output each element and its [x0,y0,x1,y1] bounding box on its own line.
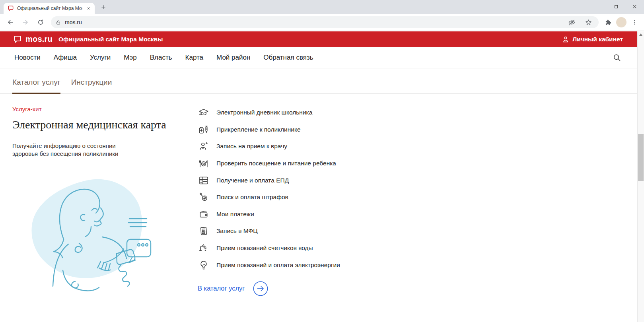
site-tagline: Официальный сайт Мэра Москвы [58,36,163,43]
mosru-logo-icon[interactable] [13,35,22,44]
service-item-polyclinic-attachment[interactable]: Прикрепление к поликлинике [198,121,340,138]
epd-table-icon [198,175,210,186]
page-viewport: mos.ru Официальный сайт Мэра Москвы Личн… [0,31,644,322]
nav-item-services[interactable]: Услуги [90,54,111,62]
nav-item-feedback[interactable]: Обратная связь [263,54,313,62]
tab-service-catalog[interactable]: Каталог услуг [12,78,60,94]
arrow-right-circle-icon [253,281,268,296]
featured-description: Получайте информацию о состоянии здоровь… [12,142,134,158]
fines-search-icon [198,191,210,203]
account-label: Личный кабинет [572,36,623,43]
featured-service-panel: Услуга-хит Электронная медицинская карта… [12,104,186,301]
doctor-icon [198,140,210,152]
nav-item-news[interactable]: Новости [14,54,41,62]
service-label: Поиск и оплата штрафов [216,194,288,201]
site-favicon [8,5,14,12]
service-item-my-payments[interactable]: Мои платежи [198,206,340,223]
service-item-electricity[interactable]: Прием показаний и оплата электроэнергии [198,256,340,274]
service-label: Электронный дневник школьника [216,109,312,116]
personal-account-button[interactable]: Личный кабинет [562,36,623,43]
mfc-document-icon [198,225,210,237]
service-label: Проверить посещение и питание ребенка [216,160,336,167]
address-bar[interactable]: mos.ru [51,16,599,28]
service-item-school-diary[interactable]: Электронный дневник школьника [198,104,340,121]
browser-menu-dots-icon[interactable] [629,17,640,28]
lightbulb-icon [198,259,210,271]
bookmark-star-icon[interactable] [583,17,594,28]
service-label: Мои платежи [216,211,254,218]
profile-avatar[interactable] [616,17,626,27]
service-item-mfc-appointment[interactable]: Запись в МФЦ [198,223,340,240]
woman-with-device-illustration [16,170,156,301]
service-label: Прием показаний счетчиков воды [216,244,313,252]
service-catalog-link[interactable]: В каталог услуг [198,281,340,296]
nav-item-my-district[interactable]: Мой район [216,54,250,62]
wallet-icon [198,208,210,220]
browser-toolbar: mos.ru [0,14,644,31]
service-item-fines-search[interactable]: Поиск и оплата штрафов [198,189,340,206]
nav-item-map[interactable]: Карта [185,54,204,62]
forward-button[interactable] [19,16,32,29]
service-label: Прием показаний и оплата электроэнергии [216,262,340,269]
featured-title[interactable]: Электронная медицинская карта [12,118,179,132]
nav-item-afisha[interactable]: Афиша [54,54,77,62]
service-item-epd-payment[interactable]: Получение и оплата ЕПД [198,172,340,189]
catalog-link-label: В каталог услуг [198,285,245,292]
tracking-protection-eye-icon[interactable] [566,17,577,28]
meal-plate-icon [198,157,210,169]
extensions-puzzle-icon[interactable] [603,17,614,28]
new-tab-button[interactable] [98,2,109,13]
reload-button[interactable] [34,16,47,29]
browser-window: Официальный сайт Мэра Моск [0,0,644,322]
featured-badge: Услуга-хит [12,106,186,113]
section-tabs: Каталог услуг Инструкции [0,78,637,94]
browser-tabstrip: Официальный сайт Мэра Моск [0,0,644,14]
brand-logo-text[interactable]: mos.ru [25,35,53,44]
main-navigation: Новости Афиша Услуги Мэр Власть Карта Мо… [0,47,637,68]
scrollbar-thumb[interactable] [638,134,644,181]
service-item-child-meals[interactable]: Проверить посещение и питание ребенка [198,155,340,172]
window-controls [588,0,644,13]
service-label: Получение и оплата ЕПД [216,177,289,184]
services-list: Электронный дневник школьника Прикреплен… [198,104,340,301]
service-label: Запись на прием к врачу [216,143,287,150]
page-scrollbar[interactable] [637,31,644,322]
medicine-syringe-icon [198,124,210,136]
search-icon[interactable] [611,52,623,64]
lock-icon [56,20,61,25]
service-label: Запись в МФЦ [216,227,258,235]
content-area: Услуга-хит Электронная медицинская карта… [0,94,637,301]
service-item-doctor-appointment[interactable]: Запись на прием к врачу [198,138,340,155]
tab-instructions[interactable]: Инструкции [71,78,112,94]
tab-title: Официальный сайт Мэра Моск [17,6,82,11]
person-icon [562,36,569,43]
scrollbar-up-arrow-icon [639,33,642,36]
water-faucet-icon [198,242,210,254]
maximize-button[interactable] [607,0,625,13]
nav-item-authority[interactable]: Власть [150,54,172,62]
browser-tab[interactable]: Официальный сайт Мэра Моск [4,3,95,14]
close-button[interactable] [625,0,644,13]
graduation-cap-icon [198,107,210,118]
back-button[interactable] [4,16,17,29]
nav-item-mayor[interactable]: Мэр [124,54,136,62]
tab-close-icon[interactable] [86,5,92,12]
scrollbar-up-button[interactable] [638,31,644,38]
service-label: Прикрепление к поликлинике [216,126,301,133]
url-text: mos.ru [65,19,82,25]
service-item-water-meters[interactable]: Прием показаний счетчиков воды [198,240,340,257]
minimize-button[interactable] [588,0,607,13]
site-header: mos.ru Официальный сайт Мэра Москвы Личн… [0,31,637,47]
